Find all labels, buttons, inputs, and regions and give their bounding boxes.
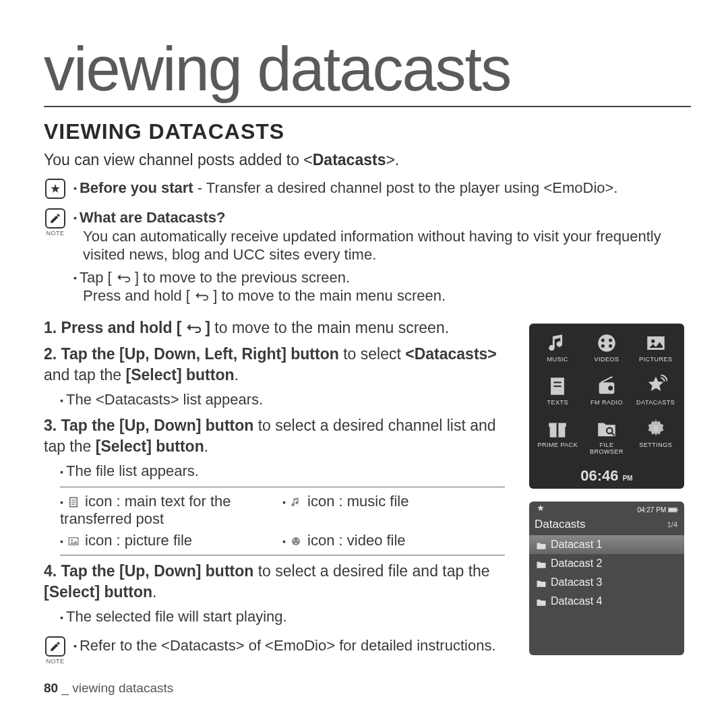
list-item: Datacast 2 [529, 554, 684, 573]
svg-point-13 [601, 344, 605, 348]
menu-label: SETTINGS [639, 442, 672, 448]
step-2-sub: ▪The <Datacasts> list appears. [60, 391, 505, 408]
list-count: 1/4 [667, 520, 677, 528]
status-bar: 04:27 PM [529, 502, 684, 515]
menu-texts: TEXTS [535, 375, 581, 414]
legend-video: icon : video file [303, 532, 406, 549]
hold-post: ] to move to the main menu screen. [209, 287, 446, 304]
step-3-sub: ▪The file list appears. [60, 462, 505, 480]
menu-label: PRIME PACK [537, 442, 578, 448]
s1-open: [ [177, 319, 186, 336]
tap-post: ] to move to the previous screen. [131, 269, 350, 286]
svg-point-10 [598, 334, 615, 352]
pencil-icon [45, 208, 65, 229]
menu-settings: SETTINGS [632, 417, 679, 463]
s1-post: to move to the main menu screen. [210, 319, 449, 336]
s2a: 2. Tap the [44, 345, 119, 363]
menu-music: MUSIC [535, 332, 581, 371]
what-heading: What are Datacasts? [80, 209, 225, 226]
divider [60, 555, 505, 555]
s4a: 4. Tap the [44, 562, 119, 580]
menu-label: FILE BROWSER [584, 442, 630, 455]
legend-text: icon : main text for the transferred pos… [60, 493, 231, 527]
menu-datacasts: DATACASTS [632, 375, 679, 414]
page-number: 80 [44, 681, 58, 695]
svg-rect-25 [557, 423, 559, 437]
s3-bold1: [Up, Down] button [119, 417, 253, 434]
row-label: Datacast 4 [551, 595, 602, 607]
before-start-text: - Transfer a desired channel post to the… [193, 179, 618, 196]
menu-filebrowser: FILE BROWSER [584, 417, 630, 463]
time-ampm: PM [623, 475, 633, 482]
music-note-icon [289, 495, 303, 509]
s3c: . [204, 437, 208, 455]
film-icon [289, 535, 303, 548]
what-body: You can automatically receive updated in… [83, 227, 691, 264]
menu-label: MUSIC [547, 356, 569, 363]
hold-pre: Press and hold [ [83, 287, 194, 304]
divider [60, 487, 505, 487]
section-title: VIEWING DATACASTS [44, 119, 691, 144]
s2b: to select [339, 345, 405, 363]
step-4: 4. Tap the [Up, Down] button to select a… [44, 561, 509, 603]
before-start-bold: Before you start [80, 179, 193, 196]
list-title: Datacasts [535, 518, 586, 531]
s2-bold2: <Datacasts> [405, 345, 497, 363]
s2sub: The <Datacasts> list appears. [66, 391, 263, 408]
star-icon: ★ [45, 179, 65, 199]
menu-label: VIDEOS [594, 356, 619, 363]
note-what-are: NOTE ▪What are Datacasts? You can automa… [44, 208, 691, 305]
datacasts-star-icon [535, 504, 547, 515]
back-icon [186, 322, 201, 334]
footer-title: viewing datacasts [72, 681, 173, 695]
tap-pre: Tap [ [80, 269, 116, 286]
legend-picture: icon : picture file [81, 532, 192, 549]
back-icon [116, 272, 131, 284]
s2c: and tap the [44, 366, 126, 384]
intro-text: You can view channel posts added to <Dat… [44, 151, 691, 169]
chapter-title: viewing datacasts [44, 34, 691, 107]
s1-pre: 1. Press and hold [44, 319, 177, 336]
s4sub: The selected file will start playing. [66, 608, 287, 625]
svg-point-11 [601, 338, 605, 342]
page-footer: 80 _ viewing datacasts [44, 681, 173, 696]
svg-rect-31 [677, 509, 678, 511]
svg-point-5 [71, 539, 73, 541]
legend-music: icon : music file [303, 493, 409, 510]
note-before-start: ★ ▪Before you start - Transfer a desired… [44, 179, 691, 199]
svg-point-12 [609, 338, 612, 342]
device-time: 06:46 PM [535, 467, 679, 485]
svg-point-6 [292, 537, 300, 545]
footer-sep: _ [58, 681, 72, 695]
intro-bold: Datacasts [313, 151, 386, 169]
menu-pictures: PICTURES [632, 332, 679, 371]
s2d: . [235, 366, 239, 384]
menu-primepack: PRIME PACK [535, 417, 581, 463]
folder-icon [536, 578, 547, 587]
step-4-sub: ▪The selected file will start playing. [60, 608, 505, 626]
menu-fmradio: FM RADIO [584, 375, 630, 414]
note-label: NOTE [46, 658, 64, 665]
s4-bold2: [Select] button [44, 583, 152, 601]
svg-rect-30 [669, 508, 676, 512]
folder-icon [536, 597, 547, 606]
device-list-screenshot: 04:27 PM Datacasts 1/4 Datacast 1 Dataca… [529, 502, 684, 655]
icon-legend: ▪ icon : main text for the transferred p… [60, 493, 505, 549]
s3a: 3. Tap the [44, 417, 119, 434]
document-icon [66, 495, 81, 509]
refer-text: Refer to the <Datacasts> of <EmoDio> for… [80, 637, 496, 654]
s1-close: ] [201, 319, 210, 336]
folder-icon [536, 541, 547, 549]
svg-point-14 [609, 344, 612, 348]
pencil-icon [45, 636, 65, 657]
list-item: Datacast 1 [529, 535, 684, 554]
row-label: Datacast 3 [551, 576, 602, 588]
time-value: 06:46 [580, 467, 618, 484]
note-label: NOTE [46, 230, 64, 237]
s4c: . [152, 583, 156, 601]
svg-line-22 [601, 376, 612, 382]
row-label: Datacast 2 [551, 557, 602, 570]
svg-point-16 [651, 340, 655, 343]
s4-bold1: [Up, Down] button [119, 562, 253, 580]
svg-point-9 [295, 543, 297, 544]
